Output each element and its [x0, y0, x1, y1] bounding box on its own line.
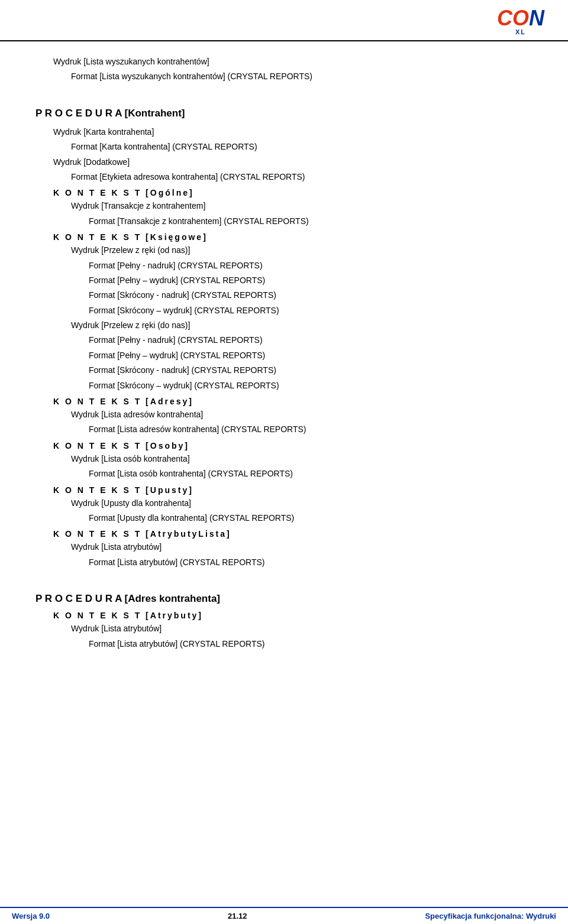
wydruk-lista-adresow: Wydruk [Lista adresów kontrahenta]	[71, 408, 532, 421]
procedura2-label: P R O C E D U R A [Adres kontrahenta]	[36, 593, 532, 605]
wydruk-przelew-od: Wydruk [Przelew z ręki (od nas)]	[71, 244, 532, 257]
footer-title: Specyfikacja funkcjonalna: Wydruki	[425, 912, 556, 920]
logo-xl: XL	[515, 28, 526, 35]
kontekst-atrybuty: K O N T E K S T [Atrybuty]	[53, 611, 532, 620]
logo: C O N XL	[497, 6, 544, 35]
wydruk-lista-osob: Wydruk [Lista osób kontrahenta]	[71, 452, 532, 465]
format-lista-adresow: Format [Lista adresów kontrahenta] (CRYS…	[89, 423, 532, 436]
logo-text: C O N	[497, 6, 544, 31]
kontekst-ksiegowe: K O N T E K S T [Księgowe]	[53, 232, 532, 242]
header: C O N XL	[0, 0, 568, 41]
main-content: Wydruk [Lista wyszukanych kontrahentów] …	[0, 41, 568, 688]
wydruk-transakcje: Wydruk [Transakcje z kontrahentem]	[71, 199, 532, 212]
format-skrocony-wydruk-2: Format [Skrócony – wydruk] (CRYSTAL REPO…	[89, 379, 532, 392]
footer-number: 21.12	[228, 912, 247, 920]
kontekst-ogolne: K O N T E K S T [Ogólne]	[53, 188, 532, 197]
format-pelny-wydruk-1: Format [Pełny – wydruk] (CRYSTAL REPORTS…	[89, 274, 532, 287]
wydruk-dodatkowe: Wydruk [Dodatkowe]	[53, 155, 532, 168]
format-skrocony-nadruk-2: Format [Skrócony - nadruk] (CRYSTAL REPO…	[89, 364, 532, 377]
format-upusty: Format [Upusty dla kontrahenta] (CRYSTAL…	[89, 511, 532, 524]
kontekst-adresy: K O N T E K S T [Adresy]	[53, 397, 532, 406]
logo-o: O	[512, 6, 529, 31]
kontekst-upusty: K O N T E K S T [Upusty]	[53, 485, 532, 495]
format-pelny-nadruk-1: Format [Pełny - nadruk] (CRYSTAL REPORTS…	[89, 259, 532, 272]
wydruk-przelew-do: Wydruk [Przelew z ręki (do nas)]	[71, 319, 532, 332]
footer-version: Wersja 9.0	[12, 912, 50, 920]
kontekst-atrybutylista: K O N T E K S T [AtrybutyLista]	[53, 529, 532, 539]
wydruk-lista-atrybutow-2: Wydruk [Lista atrybutów]	[71, 622, 532, 635]
logo-c: C	[497, 6, 512, 31]
wydruk-karta: Wydruk [Karta kontrahenta]	[53, 125, 532, 138]
format-karta: Format [Karta kontrahenta] (CRYSTAL REPO…	[71, 140, 532, 153]
format-pelny-wydruk-2: Format [Pełny – wydruk] (CRYSTAL REPORTS…	[89, 349, 532, 362]
format-lista-osob: Format [Lista osób kontrahenta] (CRYSTAL…	[89, 467, 532, 480]
format-transakcje: Format [Transakcje z kontrahentem] (CRYS…	[89, 215, 532, 228]
logo-n: N	[529, 6, 544, 31]
intro-line2: Format [Lista wyszukanych kontrahentów] …	[71, 70, 532, 83]
wydruk-upusty: Wydruk [Upusty dla kontrahenta]	[71, 497, 532, 510]
format-lista-atrybutow-2: Format [Lista atrybutów] (CRYSTAL REPORT…	[89, 637, 532, 650]
procedura1-label: P R O C E D U R A [Kontrahent]	[36, 108, 532, 119]
kontekst-osoby: K O N T E K S T [Osoby]	[53, 441, 532, 450]
format-skrocony-wydruk-1: Format [Skrócony – wydruk] (CRYSTAL REPO…	[89, 304, 532, 317]
format-pelny-nadruk-2: Format [Pełny - nadruk] (CRYSTAL REPORTS…	[89, 333, 532, 346]
format-lista-atrybutow-1: Format [Lista atrybutów] (CRYSTAL REPORT…	[89, 556, 532, 569]
footer: Wersja 9.0 21.12 Specyfikacja funkcjonal…	[0, 907, 568, 924]
format-etykieta: Format [Etykieta adresowa kontrahenta] (…	[71, 170, 532, 183]
wydruk-lista-atrybutow-1: Wydruk [Lista atrybutów]	[71, 540, 532, 553]
format-skrocony-nadruk-1: Format [Skrócony - nadruk] (CRYSTAL REPO…	[89, 288, 532, 301]
intro-line1: Wydruk [Lista wyszukanych kontrahentów]	[53, 55, 532, 68]
